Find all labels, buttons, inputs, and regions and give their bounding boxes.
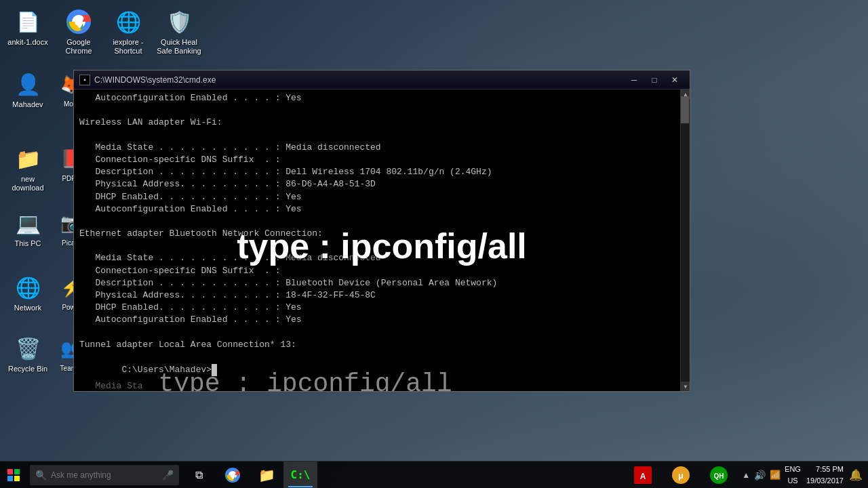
desktop-icon-label: This PC [14,239,41,248]
desktop-icon-ie[interactable]: 🌐 iexplore - Shortcut [104,5,153,58]
cmd-line-blank5 [79,327,684,339]
chrome-icon [65,8,92,35]
cmd-titlebar: ▪ C:\WINDOWS\system32\cmd.exe ─ □ ✕ [74,70,690,89]
cmd-line-blank3 [79,216,684,228]
svg-point-9 [230,472,235,477]
desktop-icon-ankit-docx[interactable]: 📄 ankit-1.docx [3,5,52,49]
acrobat-icon: A [634,466,652,484]
taskbar-cmd-active[interactable]: C:\ [283,462,317,489]
cmd-prompt: C:\Users\Mahadev> [79,351,217,388]
desktop-icon-label: Recycle Bin [8,365,47,373]
svg-rect-5 [7,476,13,481]
search-input[interactable] [51,470,158,480]
desktop-icon-label: Quick Heal Safe Banking [155,38,203,56]
tray-network-icon[interactable]: 📶 [770,470,781,480]
cmd-line-blank [79,104,684,117]
cmd-line-desc1: Description . . . . . . . . . . . : Dell… [79,166,684,178]
task-view-button[interactable]: ⧉ [182,462,216,489]
scrollbar-thumb[interactable] [681,96,689,123]
cmd-line-phys2: Physical Address. . . . . . . . . : 18-4… [79,289,684,302]
cmd-maximize-button[interactable]: □ [645,74,664,86]
cmd-line-wifi-header: Wireless LAN adapter Wi-Fi: [79,117,684,129]
cmd-minimize-button[interactable]: ─ [625,74,644,86]
cmd-line-auto1: Autoconfiguration Enabled . . . . : Yes [79,203,684,216]
desktop-icon-label: Network [14,304,41,312]
desktop-icon-label: new download [6,175,50,192]
taskbar-explorer[interactable]: 📁 [250,462,283,489]
clock-locale-area: ENG US 7:55 PM 19/03/2017 🔔 [785,464,868,486]
desktop-icon-quickheal-banking[interactable]: 🛡️ Quick Heal Safe Banking [153,5,205,58]
mahadev-icon: 👤 [14,70,41,98]
cmd-cursor [212,364,217,376]
taskbar-bittorrent[interactable]: μ [662,462,700,489]
taskbar: 🔍 🎤 ⧉ 📁 C:\ [0,461,868,488]
cmd-window: ▪ C:\WINDOWS\system32\cmd.exe ─ □ ✕ Auto… [73,70,690,392]
svg-rect-6 [14,476,20,481]
cmd-window-title: C:\WINDOWS\system32\cmd.exe [94,75,625,85]
cmd-line-dns2: Connection-specific DNS Suffix . : [79,265,684,277]
new-download-icon: 📁 [14,145,41,172]
locale-country: US [785,475,801,487]
svg-rect-3 [7,469,13,474]
desktop-icon-label: ankit-1.docx [7,38,47,47]
docx-icon: 📄 [14,8,41,35]
ie-icon: 🌐 [115,8,142,35]
explorer-taskbar-icon: 📁 [258,467,275,483]
desktop: 📄 ankit-1.docx Google Chrome 🌐 iexplore … [0,0,868,488]
svg-text:μ: μ [678,470,684,481]
tray-speaker-icon[interactable]: 🔊 [754,470,766,481]
desktop-icon-label: Mahadev [12,100,43,109]
windows-logo-icon [7,469,20,481]
recycle-bin-icon: 🗑️ [14,335,41,362]
search-bar[interactable]: 🔍 🎤 [30,465,179,485]
desktop-icon-this-pc[interactable]: 💻 This PC [3,207,52,251]
this-pc-icon: 💻 [14,209,41,237]
cmd-window-controls: ─ □ ✕ [625,74,684,86]
desktop-icon-mahadev[interactable]: 👤 Mahadev [3,68,52,112]
chrome-taskbar-icon [225,468,240,483]
start-button[interactable] [0,462,27,489]
cmd-line-1: Autoconfiguration Enabled . . . . : Yes [79,92,684,104]
desktop-icon-recycle-bin[interactable]: 🗑️ Recycle Bin [3,332,52,376]
taskbar-quickheal-secure[interactable]: QH [700,462,738,489]
cmd-line-blank2 [79,129,684,142]
taskbar-chrome[interactable] [216,462,250,489]
svg-rect-4 [14,469,20,474]
taskbar-acrobat[interactable]: A [624,462,662,489]
svg-text:QH: QH [714,472,724,480]
cmd-line-media1: Media State . . . . . . . . . . . : Medi… [79,142,684,154]
cmd-line-bt-header: Ethernet adapter Bluetooth Network Conne… [79,228,684,240]
cmd-line-dns1: Connection-specific DNS Suffix . : [79,154,684,166]
system-tray: ▲ 🔊 📶 [738,470,785,481]
task-view-icon: ⧉ [195,469,203,481]
scrollbar-down-arrow[interactable]: ▼ [681,382,690,391]
notification-bell-icon[interactable]: 🔔 [849,468,863,481]
locale-lang: ENG [785,464,801,475]
desktop-icon-google-chrome[interactable]: Google Chrome [54,5,103,58]
cmd-scrollbar[interactable]: ▲ ▼ [680,89,690,391]
desktop-icon-network[interactable]: 🌐 Network [3,271,52,315]
cmd-window-icon: ▪ [79,75,90,85]
desktop-icon-new-download[interactable]: 📁 new download [3,142,52,195]
taskbar-bottom-apps: A μ QH [624,462,738,489]
quickheal-secure-icon: QH [710,466,728,484]
clock[interactable]: 7:55 PM 19/03/2017 [806,464,844,486]
svg-point-2 [75,18,83,26]
clock-time: 7:55 PM [806,464,844,475]
cmd-line-desc2: Description . . . . . . . . . . . : Blue… [79,277,684,289]
microphone-icon[interactable]: 🎤 [162,470,174,481]
cmd-line-auto2: Autoconfiguration Enabled . . . . : Yes [79,314,684,326]
desktop-icon-label: Google Chrome [57,38,100,56]
desktop-icon-label: iexplore - Shortcut [106,38,150,56]
cmd-line-dhcp2: DHCP Enabled. . . . . . . . . . . : Yes [79,302,684,314]
cmd-line-media2: Media State . . . . . . . . . . . : Medi… [79,252,684,264]
svg-text:A: A [640,472,646,481]
tray-arrow-icon[interactable]: ▲ [742,470,750,480]
search-icon: 🔍 [35,470,47,481]
cmd-content: Autoconfiguration Enabled . . . . : Yes … [74,89,690,391]
cmd-close-button[interactable]: ✕ [665,74,684,86]
cmd-line-dhcp1: DHCP Enabled. . . . . . . . . . . : Yes [79,191,684,203]
cmd-line-phys1: Physical Address. . . . . . . . . : 86-D… [79,178,684,190]
clock-date: 19/03/2017 [806,475,844,487]
network-icon: 🌐 [14,274,41,301]
